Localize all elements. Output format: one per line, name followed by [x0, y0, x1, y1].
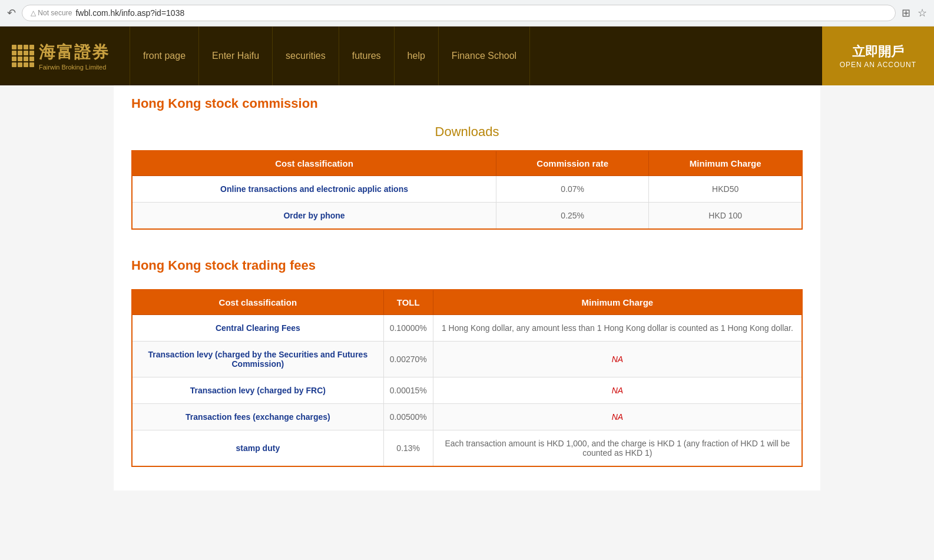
browser-icons: ⊞ ☆	[902, 6, 927, 19]
row2-rate: 0.25%	[496, 203, 649, 230]
commission-table: Cost classification Commission rate Mini…	[131, 150, 803, 230]
nav-enter-haifu[interactable]: Enter Haifu	[199, 26, 273, 85]
open-account-cta[interactable]: 立即開戶 OPEN AN ACCOUNT	[822, 26, 934, 85]
logo-cn: 海富證券	[39, 41, 110, 64]
trading-row4-toll: 0.13%	[383, 430, 433, 467]
trading-fees-table: Cost classification TOLL Minimum Charge …	[131, 289, 803, 467]
commission-table-header: Cost classification Commission rate Mini…	[132, 151, 802, 176]
cta-en: OPEN AN ACCOUNT	[840, 61, 916, 69]
table-row: Transaction fees (exchange charges)0.005…	[132, 404, 802, 430]
col-minimum-charge: Minimum Charge	[649, 151, 802, 176]
section1-title: Hong Kong stock commission	[131, 85, 803, 118]
section2-title: Hong Kong stock trading fees	[131, 247, 803, 280]
col2-cost: Cost classification	[132, 290, 383, 315]
col-commission-rate: Commission rate	[496, 151, 649, 176]
nav-securities[interactable]: securities	[273, 26, 339, 85]
security-indicator: △ Not secure	[31, 9, 72, 17]
trading-fees-header: Cost classification TOLL Minimum Charge	[132, 290, 802, 315]
trading-row0-minimum: 1 Hong Kong dollar, any amount less than…	[433, 315, 802, 342]
nav-front-page[interactable]: front page	[130, 26, 199, 85]
logo-grid-icon	[12, 45, 34, 67]
row1-rate: 0.07%	[496, 176, 649, 203]
trading-row1-classification: Transaction levy (charged by the Securit…	[132, 342, 383, 377]
trading-row1-minimum: NA	[433, 342, 802, 377]
trading-row0-toll: 0.10000%	[383, 315, 433, 342]
logo-en: Fairwin Broking Limited	[39, 64, 110, 71]
downloads-title: Downloads	[131, 118, 803, 150]
trading-row2-minimum: NA	[433, 377, 802, 404]
trading-row0-classification: Central Clearing Fees	[132, 315, 383, 342]
trading-row3-classification: Transaction fees (exchange charges)	[132, 404, 383, 430]
col2-toll: TOLL	[383, 290, 433, 315]
page-content: Hong Kong stock commission Downloads Cos…	[114, 85, 820, 491]
trading-row2-toll: 0.00015%	[383, 377, 433, 404]
url-text: fwbl.com.hk/info.asp?id=1038	[75, 8, 184, 18]
trading-row2-classification: Transaction levy (charged by FRC)	[132, 377, 383, 404]
nav-futures[interactable]: futures	[339, 26, 395, 85]
trading-row4-classification: stamp duty	[132, 430, 383, 467]
row2-classification: Order by phone	[132, 203, 496, 230]
row1-classification: Online transactions and electronic appli…	[132, 176, 496, 203]
bookmark-icon[interactable]: ☆	[918, 6, 927, 19]
back-button[interactable]: ↶	[7, 6, 16, 19]
nav-links: front page Enter Haifu securities future…	[130, 26, 822, 85]
logo-text: 海富證券 Fairwin Broking Limited	[39, 41, 110, 71]
logo-area: 海富證券 Fairwin Broking Limited	[0, 26, 130, 85]
table-row: Transaction levy (charged by the Securit…	[132, 342, 802, 377]
row2-minimum: HKD 100	[649, 203, 802, 230]
row1-minimum: HKD50	[649, 176, 802, 203]
table-row: Online transactions and electronic appli…	[132, 176, 802, 203]
trading-row1-toll: 0.00270%	[383, 342, 433, 377]
trading-row4-minimum: Each transaction amount is HKD 1,000, an…	[433, 430, 802, 467]
nav-finance-school[interactable]: Finance School	[439, 26, 530, 85]
table-row: Order by phone 0.25% HKD 100	[132, 203, 802, 230]
table-row: Transaction levy (charged by FRC)0.00015…	[132, 377, 802, 404]
cta-cn: 立即開戶	[852, 43, 904, 61]
browser-chrome: ↶ △ Not secure fwbl.com.hk/info.asp?id=1…	[0, 0, 934, 26]
trading-row3-toll: 0.00500%	[383, 404, 433, 430]
table-row: Central Clearing Fees0.10000%1 Hong Kong…	[132, 315, 802, 342]
address-bar[interactable]: △ Not secure fwbl.com.hk/info.asp?id=103…	[22, 5, 896, 21]
table-row: stamp duty0.13%Each transaction amount i…	[132, 430, 802, 467]
col2-minimum: Minimum Charge	[433, 290, 802, 315]
navigation-bar: 海富證券 Fairwin Broking Limited front page …	[0, 26, 934, 85]
nav-help[interactable]: help	[395, 26, 439, 85]
col-cost-classification: Cost classification	[132, 151, 496, 176]
translate-icon[interactable]: ⊞	[902, 6, 910, 19]
trading-row3-minimum: NA	[433, 404, 802, 430]
